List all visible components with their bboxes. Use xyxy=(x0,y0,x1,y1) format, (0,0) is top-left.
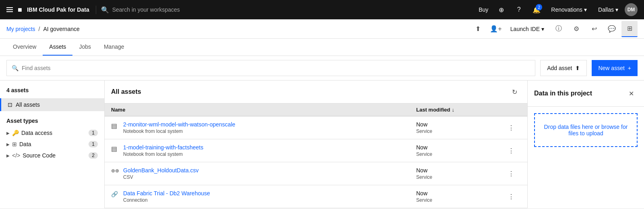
new-asset-button[interactable]: New asset + xyxy=(592,60,638,76)
tab-assets[interactable]: Assets xyxy=(43,39,72,56)
find-assets-input[interactable] xyxy=(22,65,530,71)
tab-jobs[interactable]: Jobs xyxy=(72,39,97,56)
upload-button[interactable]: ⬆ xyxy=(470,21,486,37)
region-name: Dallas xyxy=(598,6,614,13)
page-body: 4 assets ⊡ All assets Asset types ▶ 🔑 Da… xyxy=(0,81,644,208)
sidebar-type-label: Data access xyxy=(21,130,86,136)
avatar[interactable]: DM xyxy=(625,3,638,16)
sidebar: 4 assets ⊡ All assets Asset types ▶ 🔑 Da… xyxy=(0,81,105,208)
workspace-selector[interactable]: Renovations ▾ xyxy=(546,2,592,18)
notebook-icon: ▤ xyxy=(111,145,119,153)
asset-subtype: CSV xyxy=(123,174,199,180)
asset-name-link[interactable]: 2-monitor-wml-model-with-watson-openscal… xyxy=(123,121,235,128)
table-row: ▤ 2-monitor-wml-model-with-watson-opensc… xyxy=(105,116,527,139)
notebook-icon: ▤ xyxy=(111,122,119,130)
upload-icon: ⬆ xyxy=(575,65,580,71)
asset-types-label: Asset types xyxy=(0,111,104,127)
sidebar-type-count: 1 xyxy=(89,141,98,147)
sort-icon: ↓ xyxy=(452,107,455,113)
right-panel-title: Data in this project xyxy=(534,90,592,97)
row-menu-button[interactable]: ⋮ xyxy=(505,121,518,134)
plus-icon: + xyxy=(628,65,631,71)
upload-icon: ⬆ xyxy=(475,25,481,33)
chat-icon-button[interactable]: 💬 xyxy=(604,21,620,37)
search-icon: 🔍 xyxy=(12,65,19,71)
menu-icon[interactable] xyxy=(6,7,13,12)
launch-ide-button[interactable]: Launch IDE ▾ xyxy=(506,21,549,37)
assets-header: All assets ↻ xyxy=(105,81,527,103)
info-icon-button[interactable]: ⓘ xyxy=(551,21,567,37)
overflow-menu-icon: ⋮ xyxy=(508,124,514,132)
breadcrumb-bar: My projects / AI governance ⬆ 👤+ Launch … xyxy=(0,19,644,39)
sidebar-type-count: 2 xyxy=(89,152,98,159)
help-icon: ? xyxy=(517,6,521,13)
table-row: 🔗 Data Fabric Trial - Db2 Warehouse Conn… xyxy=(105,185,527,208)
asset-name-cell: 🔗 Data Fabric Trial - Db2 Warehouse Conn… xyxy=(111,190,416,203)
table-header: Name Last modified ↓ xyxy=(105,103,527,116)
asset-modified-sub: Service xyxy=(416,128,505,134)
buy-button[interactable]: Buy xyxy=(475,2,491,18)
help-icon-button[interactable]: ? xyxy=(511,2,527,18)
asset-name-link[interactable]: 1-model-training-with-factsheets xyxy=(123,144,203,151)
breadcrumb-parent[interactable]: My projects xyxy=(6,26,35,32)
sidebar-item-all-assets[interactable]: ⊡ All assets xyxy=(0,98,104,111)
all-assets-icon: ⊡ xyxy=(8,101,12,108)
refresh-icon: ↻ xyxy=(512,88,517,96)
region-selector[interactable]: Dallas ▾ xyxy=(593,2,623,18)
settings-icon-button[interactable]: ⚙ xyxy=(568,21,584,37)
sidebar-item-data[interactable]: ▶ ⊞ Data 1 xyxy=(0,139,104,150)
asset-name-link[interactable]: Data Fabric Trial - Db2 Warehouse xyxy=(123,190,210,197)
workspace-name: Renovations xyxy=(551,6,582,13)
sidebar-item-data-access[interactable]: ▶ 🔑 Data access 1 xyxy=(0,127,104,139)
asset-subtype: Notebook from local system xyxy=(123,128,235,134)
search-placeholder[interactable]: Search in your workspaces xyxy=(112,6,180,13)
undo-icon-button[interactable]: ↩ xyxy=(586,21,602,37)
overflow-menu-icon: ⋮ xyxy=(508,193,514,201)
asset-modified: Now xyxy=(416,144,505,151)
top-navigation: ■ IBM Cloud Pak for Data 🔍 Search in you… xyxy=(0,0,644,19)
file-drop-zone[interactable]: Drop data files here or browse for files… xyxy=(534,113,638,147)
asset-modified: Now xyxy=(416,167,505,174)
row-menu-button[interactable]: ⋮ xyxy=(505,167,518,180)
col-last-modified[interactable]: Last modified ↓ xyxy=(416,107,505,113)
upload-icon-button[interactable]: ⊕ xyxy=(493,2,509,18)
breadcrumb-separator: / xyxy=(39,26,40,32)
table-row: ⊕⊕ GoldenBank_HoldoutData.csv CSV Now Se… xyxy=(105,162,527,185)
connection-icon: 🔗 xyxy=(111,191,119,197)
col-name: Name xyxy=(111,107,416,113)
row-menu-button[interactable]: ⋮ xyxy=(505,190,518,203)
close-panel-button[interactable]: ✕ xyxy=(625,87,638,100)
new-asset-label: New asset xyxy=(598,65,624,71)
tabs-bar: Overview Assets Jobs Manage xyxy=(0,39,644,56)
brand-logo: ■ IBM Cloud Pak for Data xyxy=(18,6,96,14)
assets-count: 4 assets xyxy=(0,87,104,98)
asset-name-link[interactable]: GoldenBank_HoldoutData.csv xyxy=(123,167,199,174)
find-assets-input-wrap[interactable]: 🔍 xyxy=(6,60,535,76)
sidebar-item-source-code[interactable]: ▶ </> Source Code 2 xyxy=(0,150,104,161)
search-icon: 🔍 xyxy=(101,6,109,14)
chat-icon: 💬 xyxy=(608,25,616,33)
brand-name: IBM Cloud Pak for Data xyxy=(27,6,89,13)
undo-icon: ↩ xyxy=(592,25,597,33)
asset-modified-sub: Service xyxy=(416,174,505,180)
sidebar-type-count: 1 xyxy=(89,130,98,136)
grid-icon-button[interactable]: ⊞ xyxy=(621,21,638,37)
breadcrumb-current: AI governance xyxy=(43,26,79,32)
tab-manage[interactable]: Manage xyxy=(97,39,131,56)
asset-subtype: Notebook from local system xyxy=(123,151,203,157)
add-collaborator-button[interactable]: 👤+ xyxy=(488,21,504,37)
grid-icon: ⊞ xyxy=(627,25,632,32)
data-icon: ⊞ xyxy=(12,141,17,147)
table-row: ▤ 1-model-training-with-factsheets Noteb… xyxy=(105,139,527,162)
key-icon: 🔑 xyxy=(12,130,19,136)
tab-overview[interactable]: Overview xyxy=(6,39,43,56)
notifications-button[interactable]: 🔔 2 xyxy=(528,2,545,18)
asset-modified: Now xyxy=(416,121,505,128)
row-menu-button[interactable]: ⋮ xyxy=(505,144,518,157)
chevron-down-icon: ▾ xyxy=(615,6,618,13)
refresh-button[interactable]: ↻ xyxy=(508,85,521,98)
add-asset-button[interactable]: Add asset ⬆ xyxy=(540,60,587,76)
assets-search-bar: 🔍 Add asset ⬆ New asset + xyxy=(0,56,644,81)
asset-modified-sub: Service xyxy=(416,151,505,157)
asset-name-cell: ⊕⊕ GoldenBank_HoldoutData.csv CSV xyxy=(111,167,416,180)
